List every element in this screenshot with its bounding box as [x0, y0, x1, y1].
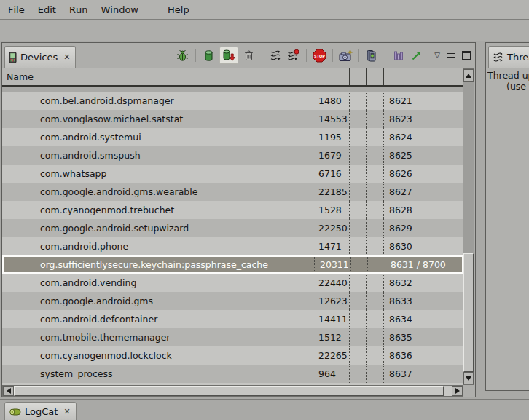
table-row[interactable]: com.bel.android.dspmanager14808621 [2, 92, 463, 110]
horizontal-scrollbar[interactable] [2, 385, 463, 397]
table-row[interactable]: com.vonglasow.michael.satstat145538623 [2, 110, 463, 128]
cell-port: 8628 [383, 201, 463, 219]
threads-message-line1: Thread updates not enabled for selected … [487, 70, 529, 81]
table-row[interactable]: com.tmobile.thememanager15128635 [2, 328, 463, 346]
debug-attach-icon[interactable] [175, 47, 190, 63]
cell-name: com.android.defcontainer [2, 310, 313, 328]
cell-pid: 1679 [313, 146, 349, 165]
cell-threads [366, 110, 383, 128]
column-header-pid[interactable] [313, 68, 349, 85]
tracer-arrow-icon[interactable] [409, 47, 424, 63]
menu-edit[interactable]: Edit [31, 0, 63, 19]
scroll-left-icon[interactable] [3, 386, 14, 396]
cell-threads [366, 128, 383, 146]
main-toolbar [0, 20, 529, 41]
cell-heap [349, 128, 366, 146]
view-menu-icon[interactable]: ▽ [434, 52, 440, 59]
table-row[interactable]: com.android.phone14718630 [2, 237, 463, 255]
devices-tabbar: Devices ✕ [2, 43, 475, 68]
column-header-name[interactable]: Name [2, 68, 313, 85]
table-row-selected[interactable]: org.sufficientlysecure.keychain:passphra… [2, 255, 463, 274]
vertical-scrollbar[interactable] [463, 68, 474, 385]
cell-threads [366, 292, 383, 310]
gc-trash-icon[interactable] [241, 47, 256, 63]
horizontal-scrollbar-thumb[interactable] [14, 386, 444, 396]
cell-port: 8621 [383, 92, 463, 110]
table-row[interactable]: com.android.systemui11958624 [2, 128, 463, 146]
threads-content: Thread updates not enabled for selected … [486, 68, 529, 390]
scroll-right-icon[interactable] [452, 386, 463, 396]
cell-heap [349, 328, 366, 346]
table-row[interactable]: com.google.android.setupwizard222508629 [2, 219, 463, 237]
table-row[interactable]: com.google.android.gms126238633 [2, 292, 463, 310]
scroll-down-icon[interactable] [463, 372, 474, 384]
cell-pid: 1512 [313, 328, 349, 346]
view-hierarchy-icon[interactable] [364, 47, 380, 63]
profiling-bars-icon[interactable] [391, 47, 406, 63]
panel-splitter[interactable] [476, 42, 485, 397]
method-profiling-icon[interactable] [286, 47, 301, 63]
toolbar-separator [385, 49, 385, 62]
cell-heap [349, 219, 366, 237]
table-row[interactable]: com.cyanogenmod.lockclock222658636 [2, 346, 463, 365]
tab-logcat[interactable]: LogCat ✕ [4, 402, 77, 420]
cell-port: 8630 [383, 237, 463, 255]
vertical-scrollbar-thumb[interactable] [463, 253, 474, 372]
cell-port: 8626 [383, 165, 463, 183]
menu-run[interactable]: Run [63, 0, 95, 19]
table-row[interactable]: com.whatsapp67168626 [2, 165, 463, 183]
cell-name: com.google.android.gms.wearable [2, 183, 313, 201]
table-row[interactable]: com.android.defcontainer144118634 [2, 310, 463, 328]
cell-name: com.cyanogenmod.trebuchet [2, 201, 313, 219]
cell-pid: 1195 [313, 128, 349, 146]
tab-devices[interactable]: Devices ✕ [4, 46, 76, 68]
cell-port: 8632 [383, 274, 463, 292]
close-icon[interactable]: ✕ [63, 407, 70, 416]
tab-threads[interactable]: Threads [488, 46, 529, 68]
cell-name: system_process [2, 365, 313, 383]
cell-pid: 1471 [313, 237, 349, 255]
minimize-icon[interactable] [447, 53, 455, 58]
screen-capture-icon[interactable] [338, 47, 353, 63]
table-row[interactable]: com.android.smspush16798625 [2, 146, 463, 165]
cell-pid: 22265 [313, 346, 349, 365]
cell-port: 8636 [383, 346, 463, 365]
cell-pid: 6716 [313, 165, 349, 183]
table-row[interactable]: system_process9648637 [2, 365, 463, 383]
cell-threads [366, 274, 383, 292]
scroll-up-icon[interactable] [463, 69, 474, 82]
toolbar-separator [195, 49, 196, 62]
table-row[interactable]: com.android.vending224408632 [2, 274, 463, 292]
cell-port: 8634 [383, 310, 463, 328]
menu-edit-label: E [38, 4, 44, 15]
cell-heap [349, 365, 366, 383]
devices-view: Devices ✕ [1, 42, 476, 397]
cell-threads [366, 165, 383, 183]
column-header-threads[interactable] [366, 68, 383, 85]
table-body: com.bel.android.dspmanager14808621com.vo… [2, 87, 463, 385]
maximize-icon[interactable] [462, 51, 471, 60]
toolbar-separator [262, 49, 262, 62]
menu-help[interactable]: Help [161, 0, 196, 19]
devices-toolbar: STOP [175, 43, 472, 68]
table-row[interactable]: com.google.android.gms.wearable221858627 [2, 183, 463, 201]
cell-heap [349, 165, 366, 183]
svg-text:STOP: STOP [314, 53, 325, 58]
menu-bar: File Edit Run Window Help [0, 0, 529, 20]
dump-hprof-icon[interactable] [219, 47, 238, 64]
menu-file[interactable]: File [1, 0, 31, 19]
update-threads-icon[interactable] [267, 47, 283, 63]
cell-port: 8633 [383, 292, 463, 310]
column-header-heap[interactable] [349, 68, 366, 85]
menu-window[interactable]: Window [94, 0, 145, 19]
column-header-port[interactable] [383, 68, 463, 85]
table-row-partial[interactable] [2, 87, 463, 92]
threads-message-line2: (use toolbar button to enable) [487, 81, 529, 92]
cell-threads [366, 146, 383, 165]
heap-icon[interactable] [201, 47, 216, 63]
toolbar-separator [332, 49, 333, 62]
menu-file-label: F [8, 4, 13, 15]
stop-process-icon[interactable]: STOP [312, 47, 327, 63]
close-icon[interactable]: ✕ [63, 52, 70, 62]
table-row[interactable]: com.cyanogenmod.trebuchet15288628 [2, 201, 463, 219]
